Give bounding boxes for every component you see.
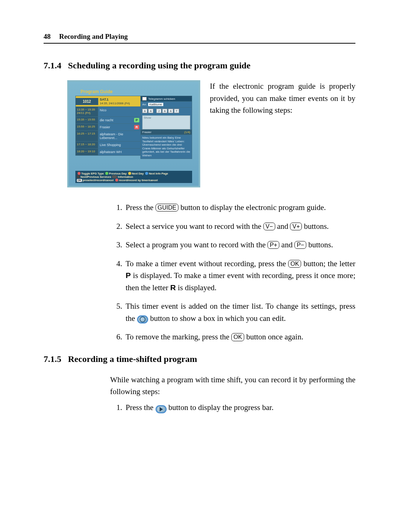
epg-program: Live Shopping (98, 142, 141, 148)
document-page: 48 Recording and Playing 7.1.4 Schedulin… (0, 0, 399, 532)
epg-time: 13:35 ~ 15:35 24/11 (Fri) (76, 107, 98, 116)
epg-time: 18:20 ~ 19:10 (76, 149, 98, 155)
step-5: This timer event is added on the timer l… (124, 300, 355, 324)
program-guide-side-panel: Telegramm schicken An: KaiBlume A A J A … (140, 96, 192, 159)
program-guide-screenshot: Program Guide 1012 SAT.1 14:35, 24/11/20… (67, 80, 200, 187)
format-button: A (148, 109, 153, 113)
epg-row: 15:55 ~ 16:25 Frasier R (76, 123, 141, 131)
step-715-1: Press the button to display the progress… (124, 401, 355, 414)
side-show-box: Show (142, 115, 190, 129)
red-dot-icon (115, 179, 118, 182)
epg-row: 16:25 ~ 17:15 alphateam - Die Lebensret.… (76, 131, 141, 141)
guide-key: GUIDE (156, 204, 179, 211)
program-guide-title: Program Guide (75, 89, 192, 94)
side-frasier: Frasier (1/4) (141, 129, 192, 135)
yellow-dot-icon (128, 172, 131, 175)
ok-key: OK (231, 333, 244, 341)
format-button: A (162, 109, 167, 113)
play-button-icon (156, 405, 167, 413)
epg-time: 17:15 ~ 18:20 (76, 142, 98, 148)
section-heading-715: 7.1.5 Recording a time-shifted program (44, 354, 355, 364)
letter-r: R (170, 283, 176, 292)
step-2: Select a service you want to record with… (124, 220, 355, 233)
format-button: A (168, 109, 173, 113)
section-title: Recording a time-shifted program (68, 354, 197, 364)
epg-program: alphateam WH (98, 149, 141, 155)
section-714-intro: If the electronic program guide is prope… (210, 80, 355, 116)
channel-header-row: 1012 SAT.1 14:35, 24/11/2006 (Fri) (76, 96, 141, 106)
format-button: A (142, 109, 147, 113)
side-description: Niles bekommt ein Baby Eine Taxifahrt ve… (141, 135, 192, 159)
v-minus-key: V− (263, 223, 275, 230)
step-3: Select a program you want to record with… (124, 239, 355, 251)
p-plus-key: P+ (267, 241, 279, 249)
ok-key: OK (288, 260, 301, 268)
epg-time: 15:35 ~ 15:55 (76, 117, 98, 123)
step-6: To remove the marking, press the OK butt… (124, 331, 355, 343)
nav-key-icon (77, 175, 80, 178)
step-4: To make a timer event without recording,… (124, 258, 355, 294)
info-key-icon (112, 175, 117, 178)
epg-program: Nico (98, 107, 141, 116)
channel-name-cell: SAT.1 14:35, 24/11/2006 (Fri) (98, 96, 141, 106)
epg-row: 18:20 ~ 19:10 alphateam WH (76, 148, 141, 155)
header-rule (44, 43, 355, 44)
program-guide-list: 1012 SAT.1 14:35, 24/11/2006 (Fri) 13:35… (75, 96, 141, 156)
channel-datetime: 14:35, 24/11/2006 (Fri) (100, 102, 130, 105)
red-dot-icon (78, 172, 81, 175)
blue-ring-button-icon (137, 315, 148, 323)
page-number: 48 (44, 33, 54, 41)
preselect-flag-icon: P (134, 118, 139, 122)
epg-program: alphateam - Die Lebensret... (98, 131, 141, 141)
section-title: Scheduling a recording using the program… (68, 61, 250, 71)
side-formatting-buttons: A A J A A T (141, 107, 192, 114)
letter-p: P (126, 271, 131, 279)
channel-name: SAT.1 (100, 98, 109, 101)
steps-715: Press the button to display the progress… (110, 401, 355, 414)
green-dot-icon (105, 172, 108, 175)
epg-time: 15:55 ~ 16:25 (76, 124, 98, 131)
side-page: (1/4) (184, 131, 190, 134)
chapter-title: Recording and Playing (59, 33, 128, 41)
epg-program: die nacht P (98, 117, 141, 123)
blue-dot-icon (145, 172, 148, 175)
channel-number: 1012 (76, 98, 98, 105)
epg-row: 17:15 ~ 18:20 Live Shopping (76, 141, 141, 148)
side-title: Telegramm schicken (141, 96, 192, 101)
epg-time: 16:25 ~ 17:15 (76, 131, 98, 141)
steps-714: Press the GUIDE button to display the el… (110, 201, 355, 343)
step-1: Press the GUIDE button to display the el… (124, 201, 355, 214)
format-button: J (156, 109, 161, 113)
page-header: 48 Recording and Playing (44, 33, 355, 41)
epg-row: 13:35 ~ 15:35 24/11 (Fri) Nico (76, 106, 141, 116)
section-number: 7.1.5 (44, 354, 61, 364)
side-an-row: An: KaiBlume (141, 101, 192, 107)
p-minus-key: P− (294, 241, 306, 249)
an-input: KaiBlume (148, 103, 163, 106)
record-flag-icon: R (134, 125, 139, 129)
v-plus-key: V+ (290, 223, 302, 230)
format-button: T (174, 109, 179, 113)
intro-block: Program Guide 1012 SAT.1 14:35, 24/11/20… (67, 80, 355, 187)
telegram-icon (142, 97, 147, 101)
section-heading-714: 7.1.4 Scheduling a recording using the p… (44, 61, 355, 71)
epg-program-selected: Frasier R (98, 124, 141, 131)
program-guide-footer: Toggle EPG Type Previous Day Next Day Ne… (75, 171, 192, 183)
epg-row: 15:35 ~ 15:55 die nacht P (76, 116, 141, 123)
section-715-intro: While watching a program with time shift… (110, 374, 355, 398)
ok-key-icon: OK (77, 179, 82, 182)
section-number: 7.1.4 (44, 61, 61, 71)
